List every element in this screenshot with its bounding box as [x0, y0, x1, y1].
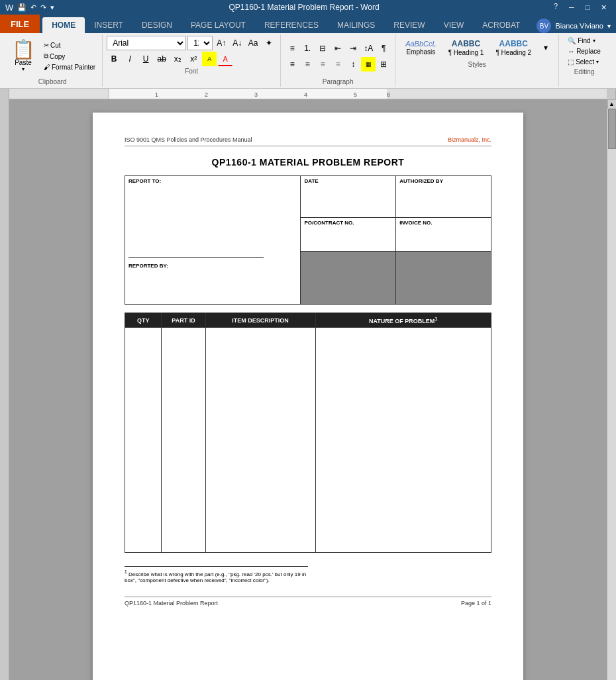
cell-qty[interactable] — [125, 328, 162, 553]
scroll-track[interactable] — [607, 109, 617, 680]
page-header: ISO 9001 QMS Policies and Procedures Man… — [125, 136, 491, 146]
style-heading2[interactable]: AABBC ¶ Heading 2 — [491, 37, 536, 58]
tab-file[interactable]: FILE — [0, 15, 40, 33]
subscript-button[interactable]: x₂ — [170, 52, 185, 66]
clear-formatting-button[interactable]: ✦ — [262, 36, 276, 50]
tab-view[interactable]: VIEW — [435, 17, 474, 33]
quick-save-icon[interactable]: 💾 — [17, 3, 26, 12]
grow-font-button[interactable]: A↑ — [214, 36, 229, 50]
svg-text:1: 1 — [155, 91, 158, 98]
cut-button[interactable]: ✂ Cut — [41, 40, 98, 50]
shading-button[interactable]: ▦ — [361, 57, 376, 72]
avatar: BV — [537, 19, 551, 33]
cell-nature[interactable] — [315, 328, 491, 553]
title-bar-controls: ? ─ □ ✕ — [554, 2, 611, 13]
ruler-container: 1 2 3 4 5 6 — [0, 89, 616, 99]
copy-label: Copy — [50, 53, 65, 60]
borders-button[interactable]: ⊞ — [376, 57, 391, 72]
bold-button[interactable]: B — [107, 52, 121, 66]
style-heading2-preview: AABBC — [499, 39, 528, 48]
cell-part-id[interactable] — [162, 328, 205, 553]
decrease-indent-button[interactable]: ⇤ — [331, 41, 345, 56]
font-color-button[interactable]: A — [218, 52, 232, 66]
shrink-font-button[interactable]: A↓ — [230, 36, 244, 50]
align-left-button[interactable]: ≡ — [285, 57, 299, 72]
gray-cell-2 — [396, 252, 491, 305]
font-selector[interactable]: Arial — [107, 36, 186, 50]
styles-panel: AaBbCcL Emphasis AABBC ¶ Heading 1 AABBC… — [399, 36, 554, 60]
paste-icon: 📋 — [12, 40, 35, 59]
style-emphasis[interactable]: AaBbCcL Emphasis — [401, 38, 440, 58]
help-icon[interactable]: ? — [554, 2, 558, 13]
tab-insert[interactable]: INSERT — [85, 17, 132, 33]
paragraph-group: ≡ 1. ⊟ ⇤ ⇥ ↕A ¶ ≡ ≡ ≡ ≡ ↕ ▦ ⊞ — [281, 34, 395, 87]
word-page[interactable]: ISO 9001 QMS Policies and Procedures Man… — [93, 113, 523, 680]
footnote-superscript: 1 — [125, 569, 127, 574]
gray-cell-1 — [301, 252, 396, 305]
close-button[interactable]: ✕ — [596, 2, 611, 13]
justify-button[interactable]: ≡ — [331, 57, 345, 72]
tab-design[interactable]: DESIGN — [132, 17, 181, 33]
user-area: BV Bianca Viviano ▾ — [531, 19, 616, 33]
minimize-button[interactable]: ─ — [564, 2, 579, 13]
content-area: ISO 9001 QMS Policies and Procedures Man… — [0, 99, 616, 680]
col-part-id: PART ID — [162, 313, 205, 328]
style-heading1[interactable]: AABBC ¶ Heading 1 — [444, 37, 489, 58]
redo-icon[interactable]: ↷ — [40, 3, 46, 12]
align-center-button[interactable]: ≡ — [300, 57, 315, 72]
ruler-side-left — [0, 89, 9, 99]
font-size-selector[interactable]: 12 — [187, 36, 213, 50]
title-bar: W 💾 ↶ ↷ ▾ QP1160-1 Material Problem Repo… — [0, 0, 616, 15]
tab-mailings[interactable]: MAILINGS — [328, 17, 384, 33]
multilevel-button[interactable]: ⊟ — [315, 41, 330, 56]
find-button[interactable]: 🔍 Find ▾ — [563, 36, 605, 46]
tab-acrobat[interactable]: ACROBAT — [473, 17, 529, 33]
bullets-button[interactable]: ≡ — [285, 41, 299, 56]
copy-button[interactable]: ⧉ Copy — [41, 51, 98, 62]
cell-item-desc[interactable] — [205, 328, 315, 553]
paste-button[interactable]: 📋 Paste ▾ — [7, 36, 40, 77]
select-dropdown-icon[interactable]: ▾ — [596, 59, 599, 65]
superscript-button[interactable]: x² — [186, 52, 201, 66]
replace-button[interactable]: ↔ Replace — [563, 46, 605, 56]
tab-review[interactable]: REVIEW — [384, 17, 434, 33]
scroll-thumb[interactable] — [608, 109, 616, 149]
increase-indent-button[interactable]: ⇥ — [346, 41, 360, 56]
align-right-button[interactable]: ≡ — [315, 57, 330, 72]
styles-more-button[interactable]: ▾ — [539, 40, 553, 55]
invoice-no-label: INVOICE NO. — [399, 220, 488, 226]
editing-buttons: 🔍 Find ▾ ↔ Replace ⬚ Select ▾ — [563, 36, 605, 67]
right-scrollbar[interactable]: ▲ ▼ — [607, 99, 616, 680]
header-left: ISO 9001 QMS Policies and Procedures Man… — [125, 136, 252, 143]
tab-home[interactable]: HOME — [42, 17, 85, 33]
page-area[interactable]: ISO 9001 QMS Policies and Procedures Man… — [9, 99, 607, 680]
footnote-content: Describe what is wrong with the part (e.… — [125, 571, 306, 583]
strikethrough-button[interactable]: ab — [154, 52, 169, 66]
line-spacing-button[interactable]: ↕ — [346, 57, 360, 72]
numbering-button[interactable]: 1. — [300, 41, 315, 56]
undo-icon[interactable]: ↶ — [30, 3, 36, 12]
cut-icon: ✂ — [44, 42, 49, 49]
col-qty: QTY — [125, 313, 162, 328]
show-formatting-button[interactable]: ¶ — [376, 41, 391, 56]
authorized-by-label: AUTHORIZED BY — [399, 178, 488, 184]
format-painter-button[interactable]: 🖌 Format Painter — [41, 62, 98, 72]
tab-references[interactable]: REFERENCES — [255, 17, 328, 33]
scroll-up-button[interactable]: ▲ — [607, 99, 617, 109]
select-button[interactable]: ⬚ Select ▾ — [563, 57, 605, 67]
text-highlight-button[interactable]: A — [202, 52, 217, 66]
report-to-label: REPORT TO: — [128, 178, 297, 184]
underline-button[interactable]: U — [138, 52, 153, 66]
change-case-button[interactable]: Aa — [246, 36, 260, 50]
user-chevron-icon[interactable]: ▾ — [607, 23, 611, 30]
paste-dropdown-icon[interactable]: ▾ — [22, 66, 25, 72]
italic-button[interactable]: I — [123, 52, 137, 66]
maximize-button[interactable]: □ — [580, 2, 595, 13]
sort-button[interactable]: ↕A — [361, 41, 376, 56]
format-painter-icon: 🖌 — [44, 64, 50, 71]
select-label: Select — [576, 58, 594, 66]
find-dropdown-icon[interactable]: ▾ — [593, 38, 595, 44]
tab-page-layout[interactable]: PAGE LAYOUT — [181, 17, 255, 33]
format-painter-label: Format Painter — [52, 64, 95, 71]
clipboard-content: 📋 Paste ▾ ✂ Cut ⧉ Copy 🖌 Format Painter — [7, 36, 98, 77]
